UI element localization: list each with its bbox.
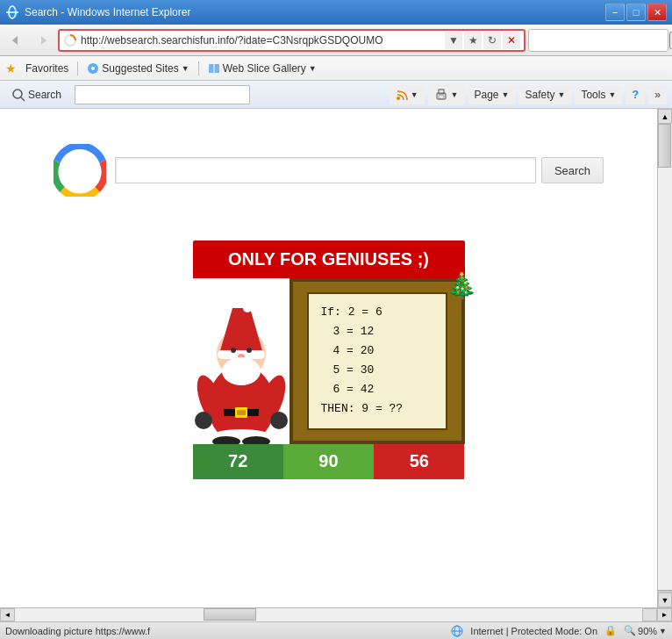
svg-point-30 bbox=[247, 348, 252, 353]
safety-dropdown-icon: ▼ bbox=[558, 90, 566, 99]
scroll-left-button[interactable]: ◄ bbox=[0, 608, 15, 621]
search-toolbar-icon bbox=[11, 88, 25, 102]
address-input[interactable] bbox=[81, 34, 441, 47]
loading-icon bbox=[63, 33, 77, 47]
zoom-level: 90% bbox=[638, 626, 657, 636]
svg-point-38 bbox=[270, 412, 288, 429]
page-inner: Search ONLY FOR GENIUSES ;) bbox=[0, 109, 672, 607]
tools-label: Tools bbox=[581, 89, 605, 101]
svg-point-34 bbox=[240, 359, 254, 368]
svg-point-29 bbox=[231, 348, 236, 353]
page-label: Page bbox=[475, 89, 499, 101]
puzzle-body: If: 2 = 6 3 = 12 4 = 20 5 = 30 6 = 42 TH… bbox=[193, 278, 465, 444]
answer-90-button[interactable]: 90 bbox=[283, 444, 374, 479]
answer-72-button[interactable]: 72 bbox=[193, 444, 283, 479]
toolbar-extend-button[interactable]: » bbox=[648, 85, 667, 104]
zoom-icon: 🔍 bbox=[624, 625, 636, 636]
puzzle-line-2: 3 = 12 bbox=[321, 322, 433, 341]
favorites-label: Favorites bbox=[25, 62, 68, 75]
globe-icon bbox=[451, 625, 463, 637]
internet-zone-text: Internet | Protected Mode: On bbox=[470, 626, 597, 636]
search-box-container: Search bbox=[115, 157, 604, 183]
web-slice-gallery-button[interactable]: Web Slice Gallery ▼ bbox=[204, 61, 320, 76]
zoom-dropdown[interactable]: ▼ bbox=[659, 627, 667, 635]
address-dropdown-button[interactable]: ▼ bbox=[445, 32, 462, 49]
favorites-button[interactable]: Favorites bbox=[22, 61, 72, 76]
puzzle-board: If: 2 = 6 3 = 12 4 = 20 5 = 30 6 = 42 TH… bbox=[290, 278, 465, 444]
search-field-toolbar[interactable] bbox=[75, 85, 250, 104]
browser-window: Search - Windows Internet Explorer − □ ✕… bbox=[0, 0, 672, 639]
puzzle-line-6: THEN: 9 = ?? bbox=[321, 399, 433, 419]
scroll-track[interactable] bbox=[658, 124, 672, 590]
search-engine-input[interactable] bbox=[535, 34, 667, 47]
h-scroll-thumb[interactable] bbox=[204, 608, 256, 621]
horizontal-scrollbar[interactable]: ◄ ► bbox=[0, 607, 672, 621]
safety-button[interactable]: Safety ▼ bbox=[518, 85, 571, 104]
scroll-up-button[interactable]: ▲ bbox=[658, 109, 672, 124]
svg-marker-26 bbox=[219, 308, 263, 354]
scroll-thumb[interactable] bbox=[658, 124, 671, 168]
h-scroll-track[interactable] bbox=[15, 608, 642, 621]
help-button[interactable]: ? bbox=[626, 84, 645, 104]
back-button[interactable] bbox=[4, 28, 28, 53]
ie-icon bbox=[5, 5, 19, 19]
feed-icon bbox=[396, 89, 408, 101]
puzzle-line-1: If: 2 = 6 bbox=[321, 303, 433, 322]
scroll-down-button[interactable]: ▼ bbox=[658, 592, 672, 607]
window-title: Search - Windows Internet Explorer bbox=[25, 6, 190, 18]
help-icon: ? bbox=[632, 88, 639, 101]
suggested-sites-icon bbox=[87, 62, 99, 75]
page-button[interactable]: Page ▼ bbox=[468, 85, 516, 104]
svg-point-37 bbox=[195, 412, 212, 429]
minimize-button[interactable]: − bbox=[605, 4, 625, 21]
zoom-display: 🔍 90% ▼ bbox=[624, 625, 667, 636]
toolbar-search-label: Search bbox=[28, 89, 61, 101]
toolbar-right: ▼ ▼ Page ▼ Safety ▼ bbox=[390, 84, 667, 105]
lock-icon: 🔒 bbox=[604, 625, 617, 636]
favorites-star-icon: ★ bbox=[5, 61, 17, 75]
page-dropdown-icon: ▼ bbox=[502, 90, 510, 99]
status-right: Internet | Protected Mode: On 🔒 🔍 90% ▼ bbox=[451, 625, 667, 637]
toolbar-search-button[interactable]: Search bbox=[5, 84, 68, 105]
suggested-sites-button[interactable]: Suggested Sites ▼ bbox=[83, 61, 192, 76]
search-section: Search bbox=[54, 144, 604, 197]
search-engine-bar[interactable]: 🔍 ▼ bbox=[528, 29, 668, 52]
close-button[interactable]: ✕ bbox=[647, 4, 667, 21]
web-slice-icon bbox=[208, 62, 220, 75]
refresh-button[interactable]: ↻ bbox=[483, 32, 501, 49]
feed-button[interactable]: ▼ bbox=[390, 85, 425, 104]
safety-label: Safety bbox=[525, 89, 554, 101]
google-logo bbox=[54, 144, 106, 197]
feed-dropdown-icon: ▼ bbox=[411, 90, 418, 99]
puzzle-line-4: 5 = 30 bbox=[321, 361, 433, 380]
web-slice-dropdown-icon: ▼ bbox=[309, 64, 317, 73]
favorites-bar: ★ Favorites Suggested Sites ▼ Web Slice … bbox=[0, 56, 672, 81]
print-dropdown-icon: ▼ bbox=[451, 90, 459, 99]
title-bar-buttons: − □ ✕ bbox=[605, 4, 667, 21]
bookmark-button[interactable]: ★ bbox=[464, 32, 482, 49]
print-button[interactable]: ▼ bbox=[428, 84, 465, 105]
puzzle-line-3: 4 = 20 bbox=[321, 341, 433, 361]
title-bar: Search - Windows Internet Explorer − □ ✕ bbox=[0, 0, 672, 25]
stop-button[interactable]: ✕ bbox=[503, 32, 520, 49]
search-input[interactable] bbox=[115, 157, 536, 183]
vertical-scrollbar[interactable]: ▲ ▼ bbox=[657, 109, 672, 607]
svg-marker-3 bbox=[12, 36, 18, 45]
answer-56-button[interactable]: 56 bbox=[374, 444, 464, 479]
svg-rect-41 bbox=[237, 410, 246, 415]
search-button[interactable]: Search bbox=[541, 157, 604, 183]
tools-button[interactable]: Tools ▼ bbox=[575, 85, 622, 104]
fav-separator-1 bbox=[77, 61, 78, 75]
maximize-button[interactable]: □ bbox=[626, 4, 646, 21]
svg-point-13 bbox=[13, 90, 22, 98]
title-bar-left: Search - Windows Internet Explorer bbox=[5, 5, 190, 19]
scroll-right-button[interactable]: ► bbox=[657, 608, 672, 621]
puzzle-board-inner: If: 2 = 6 3 = 12 4 = 20 5 = 30 6 = 42 TH… bbox=[307, 292, 447, 430]
svg-line-14 bbox=[21, 97, 25, 101]
forward-button[interactable] bbox=[31, 28, 55, 53]
svg-point-28 bbox=[243, 304, 252, 312]
address-bar[interactable]: ▼ ★ ↻ ✕ bbox=[58, 29, 525, 52]
puzzle-container: ONLY FOR GENIUSES ;) bbox=[193, 241, 465, 479]
svg-point-10 bbox=[91, 67, 95, 70]
web-slice-gallery-label: Web Slice Gallery bbox=[223, 62, 306, 75]
